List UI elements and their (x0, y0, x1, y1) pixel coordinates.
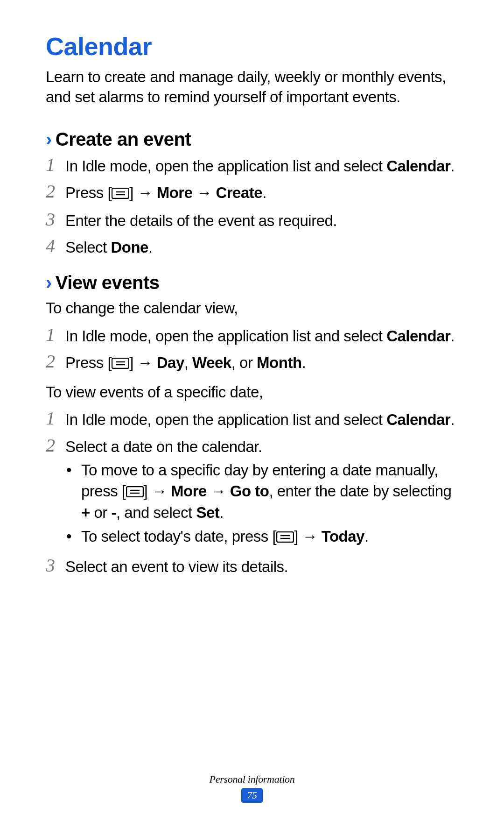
step-text: Press [] → Day, Week, or Month. (65, 351, 458, 375)
step-row: 2 Press [] → More → Create. (46, 181, 458, 205)
step-number: 4 (46, 236, 65, 255)
step-text: In Idle mode, open the application list … (65, 408, 458, 431)
step-row: 2 Press [] → Day, Week, or Month. (46, 351, 458, 375)
bullet-text: To move to a specific day by entering a … (81, 460, 458, 523)
step-text: Press [] → More → Create. (65, 181, 458, 205)
subhead-view-label: View events (56, 272, 160, 293)
view-steps-b: 1 In Idle mode, open the application lis… (46, 408, 458, 578)
chevron-icon: › (46, 129, 52, 150)
step-number: 1 (46, 408, 65, 428)
intro-text: Learn to create and manage daily, weekly… (46, 67, 458, 107)
bullet-text: To select today's date, press [] → Today… (81, 526, 458, 548)
menu-key-icon (112, 184, 129, 205)
step-text: Select Done. (65, 236, 458, 258)
step-text: Select an event to view its details. (65, 555, 458, 578)
step-number: 1 (46, 155, 65, 174)
svg-rect-9 (277, 532, 294, 542)
lead-text: To view events of a specific date, (46, 382, 458, 403)
step-text: Enter the details of the event as requir… (65, 209, 458, 232)
lead-text: To change the calendar view, (46, 298, 458, 319)
step-number: 2 (46, 181, 65, 201)
step-row: 1 In Idle mode, open the application lis… (46, 325, 458, 347)
bullet-dot-icon: • (65, 460, 81, 481)
step-number: 1 (46, 325, 65, 344)
subhead-create-event: › Create an event (46, 129, 458, 150)
step-row: 1 In Idle mode, open the application lis… (46, 408, 458, 431)
step-number: 2 (46, 435, 65, 455)
step-row: 4 Select Done. (46, 236, 458, 258)
bullet-item: • To move to a specific day by entering … (65, 460, 458, 523)
step-text: Select a date on the calendar. • To move… (65, 435, 458, 551)
step-row: 3 Select an event to view its details. (46, 555, 458, 578)
menu-key-icon (112, 353, 129, 375)
menu-key-icon (276, 527, 294, 548)
footer-section-label: Personal information (0, 773, 504, 785)
page-footer: Personal information 75 (0, 773, 504, 803)
create-steps: 1 In Idle mode, open the application lis… (46, 155, 458, 258)
chevron-icon: › (46, 272, 52, 293)
step-text: In Idle mode, open the application list … (65, 155, 458, 177)
step-text: In Idle mode, open the application list … (65, 325, 458, 347)
step-number: 3 (46, 555, 65, 575)
step-row: 1 In Idle mode, open the application lis… (46, 155, 458, 177)
subhead-create-label: Create an event (56, 129, 191, 150)
step-number: 3 (46, 209, 65, 229)
page-number-badge: 75 (241, 788, 262, 803)
bullet-list: • To move to a specific day by entering … (65, 460, 458, 548)
step-row: 3 Enter the details of the event as requ… (46, 209, 458, 232)
bullet-item: • To select today's date, press [] → Tod… (65, 526, 458, 548)
menu-key-icon (126, 482, 144, 503)
step-number: 2 (46, 351, 65, 371)
page-title: Calendar (46, 32, 458, 61)
bullet-dot-icon: • (65, 526, 81, 547)
view-steps-a: 1 In Idle mode, open the application lis… (46, 325, 458, 375)
svg-rect-3 (112, 358, 129, 368)
step-row: 2 Select a date on the calendar. • To mo… (46, 435, 458, 551)
svg-rect-0 (112, 188, 129, 198)
subhead-view-events: › View events (46, 272, 458, 293)
svg-rect-6 (126, 487, 143, 497)
